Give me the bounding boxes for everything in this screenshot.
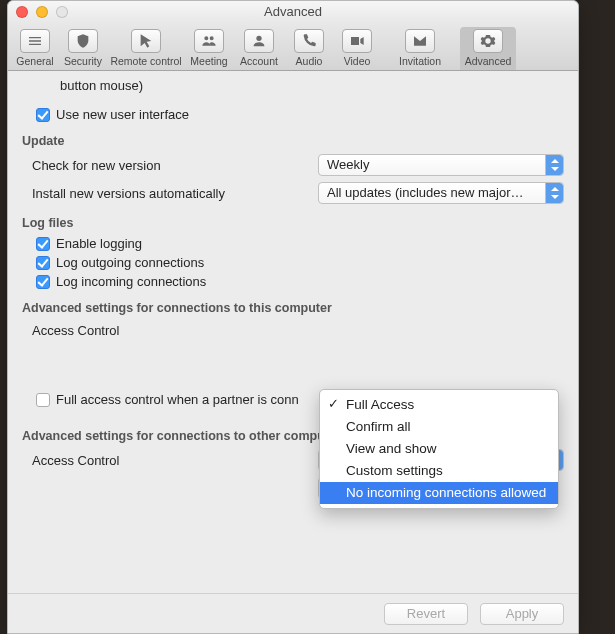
tab-audio[interactable]: Audio xyxy=(286,27,332,70)
tab-meeting[interactable]: Meeting xyxy=(186,27,232,70)
gear-icon xyxy=(473,29,503,53)
envelope-icon xyxy=(405,29,435,53)
menu-item-full-access[interactable]: Full Access xyxy=(320,394,558,416)
chevron-updown-icon xyxy=(545,155,563,175)
menu-item-confirm-all[interactable]: Confirm all xyxy=(320,416,558,438)
enable-logging-label: Enable logging xyxy=(56,236,142,251)
zoom-window-button[interactable] xyxy=(56,6,68,18)
check-version-label: Check for new version xyxy=(32,158,318,173)
toolbar: General Security Remote control Meeting … xyxy=(8,23,578,71)
window-title: Advanced xyxy=(8,1,578,23)
logfiles-heading: Log files xyxy=(22,216,564,230)
tab-invitation[interactable]: Invitation xyxy=(382,27,458,70)
use-new-ui-checkbox[interactable] xyxy=(36,108,50,122)
access-control-in-label: Access Control xyxy=(32,323,318,338)
log-outgoing-label: Log outgoing connections xyxy=(56,255,204,270)
truncated-option-text: button mouse) xyxy=(60,78,564,93)
menu-item-view-and-show[interactable]: View and show xyxy=(320,438,558,460)
access-control-out-label: Access Control xyxy=(32,453,318,468)
cursor-icon xyxy=(131,29,161,53)
camera-icon xyxy=(342,29,372,53)
install-auto-label: Install new versions automatically xyxy=(32,186,318,201)
minimize-window-button[interactable] xyxy=(36,6,48,18)
menu-item-no-incoming[interactable]: No incoming connections allowed xyxy=(320,482,558,504)
full-access-partner-label: Full access control when a partner is co… xyxy=(56,392,299,407)
tab-security[interactable]: Security xyxy=(60,27,106,70)
titlebar: Advanced xyxy=(8,1,578,23)
apply-button[interactable]: Apply xyxy=(480,603,564,625)
full-access-partner-checkbox[interactable] xyxy=(36,393,50,407)
update-heading: Update xyxy=(22,134,564,148)
people-icon xyxy=(194,29,224,53)
log-outgoing-checkbox[interactable] xyxy=(36,256,50,270)
tab-general[interactable]: General xyxy=(12,27,58,70)
tab-video[interactable]: Video xyxy=(334,27,380,70)
adv-incoming-heading: Advanced settings for connections to thi… xyxy=(22,301,564,315)
tab-account[interactable]: Account xyxy=(234,27,284,70)
log-incoming-label: Log incoming connections xyxy=(56,274,206,289)
check-version-select[interactable]: Weekly xyxy=(318,154,564,176)
enable-logging-checkbox[interactable] xyxy=(36,237,50,251)
close-window-button[interactable] xyxy=(16,6,28,18)
tab-remote-control[interactable]: Remote control xyxy=(108,27,184,70)
install-auto-select[interactable]: All updates (includes new major… xyxy=(318,182,564,204)
person-icon xyxy=(244,29,274,53)
tab-advanced[interactable]: Advanced xyxy=(460,27,516,70)
footer: Revert Apply xyxy=(8,593,578,633)
content-panel: button mouse) Use new user interface Upd… xyxy=(8,78,578,593)
use-new-ui-label: Use new user interface xyxy=(56,107,189,122)
chevron-updown-icon xyxy=(545,183,563,203)
menu-item-custom-settings[interactable]: Custom settings xyxy=(320,460,558,482)
revert-button[interactable]: Revert xyxy=(384,603,468,625)
sliders-icon xyxy=(20,29,50,53)
access-control-in-menu[interactable]: Full Access Confirm all View and show Cu… xyxy=(319,389,559,509)
shield-icon xyxy=(68,29,98,53)
log-incoming-checkbox[interactable] xyxy=(36,275,50,289)
phone-icon xyxy=(294,29,324,53)
preferences-window: Advanced General Security Remote control… xyxy=(7,0,579,634)
